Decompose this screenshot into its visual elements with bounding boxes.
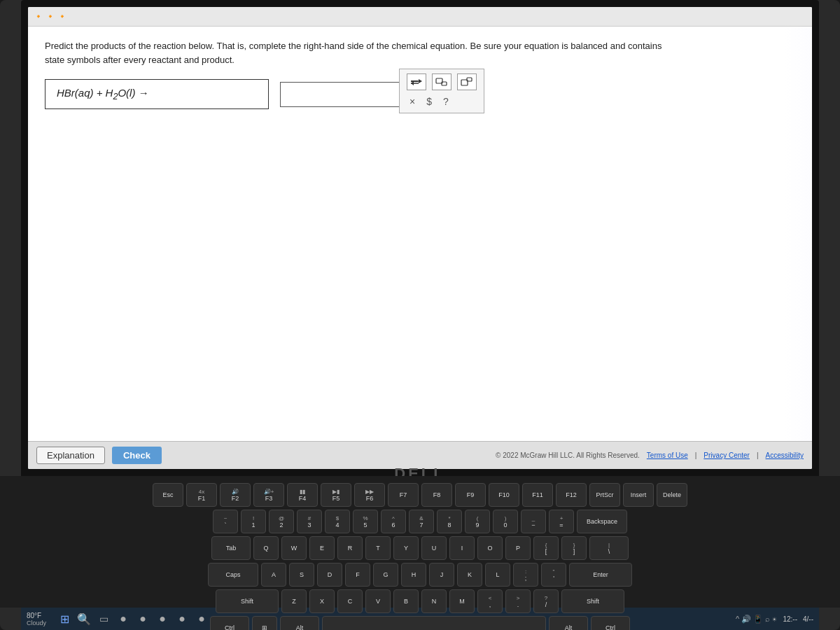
key-4[interactable]: $4 xyxy=(325,510,350,533)
key-comma[interactable]: <, xyxy=(477,589,503,613)
key-f2[interactable]: 🔊F2 xyxy=(220,483,251,507)
check-button[interactable]: Check xyxy=(112,447,162,464)
key-f1[interactable]: 4xF1 xyxy=(186,483,217,507)
key-backslash[interactable]: |\ xyxy=(589,536,629,560)
key-f10[interactable]: F10 xyxy=(489,483,519,507)
key-delete[interactable]: Delete xyxy=(657,483,687,507)
key-z[interactable]: Z xyxy=(281,589,307,613)
key-win[interactable]: ⊞ xyxy=(252,616,277,630)
key-ctrl-right[interactable]: Ctrl xyxy=(591,616,630,630)
accessibility-link[interactable]: Accessibility xyxy=(766,451,804,459)
key-7[interactable]: &7 xyxy=(409,510,434,533)
browser-url: 🔸 🔸 🔸 xyxy=(34,12,67,21)
superscript-btn[interactable] xyxy=(457,74,477,90)
key-k[interactable]: K xyxy=(457,563,482,587)
key-b[interactable]: B xyxy=(393,589,419,613)
key-alt-left[interactable]: Alt xyxy=(280,616,319,630)
palette-dollar-btn[interactable]: $ xyxy=(424,94,435,108)
key-f9[interactable]: F9 xyxy=(455,483,486,507)
key-n[interactable]: N xyxy=(421,589,447,613)
key-capslock[interactable]: Caps xyxy=(208,563,258,587)
key-t[interactable]: T xyxy=(365,536,391,560)
key-f5[interactable]: ▶▮F5 xyxy=(321,483,351,507)
tool-palette: × $ ? xyxy=(399,69,484,113)
key-6[interactable]: ^6 xyxy=(381,510,406,533)
key-period[interactable]: >. xyxy=(505,589,531,613)
key-l[interactable]: L xyxy=(485,563,510,587)
key-r[interactable]: R xyxy=(337,536,363,560)
equation-answer-input[interactable] xyxy=(280,82,406,107)
key-tab[interactable]: Tab xyxy=(211,536,251,560)
key-q[interactable]: Q xyxy=(253,536,279,560)
key-g[interactable]: G xyxy=(373,563,398,587)
copyright-text: © 2022 McGraw Hill LLC. All Rights Reser… xyxy=(496,451,640,459)
palette-question-btn[interactable]: ? xyxy=(440,94,451,108)
key-row-bottom: Ctrl ⊞ Alt Alt Ctrl xyxy=(21,616,819,630)
key-1[interactable]: !1 xyxy=(241,510,266,533)
key-i[interactable]: I xyxy=(449,536,475,560)
privacy-link[interactable]: Privacy Center xyxy=(704,451,750,459)
single-arrow-btn[interactable] xyxy=(407,74,426,90)
key-f11[interactable]: F11 xyxy=(522,483,553,507)
key-row-asdf: Caps A S D F G H J K L :; "' Enter xyxy=(21,563,819,587)
key-p[interactable]: P xyxy=(505,536,531,560)
key-f6[interactable]: ▶▶F6 xyxy=(354,483,385,507)
key-enter[interactable]: Enter xyxy=(569,563,632,587)
key-shift-left[interactable]: Shift xyxy=(216,589,279,613)
key-h[interactable]: H xyxy=(401,563,426,587)
key-space[interactable] xyxy=(322,616,546,630)
key-c[interactable]: C xyxy=(337,589,363,613)
browser-bar: 🔸 🔸 🔸 xyxy=(28,7,812,27)
key-f[interactable]: F xyxy=(345,563,370,587)
key-d[interactable]: D xyxy=(317,563,342,587)
key-apostrophe[interactable]: "' xyxy=(541,563,566,587)
key-close-bracket[interactable]: }] xyxy=(561,536,587,560)
key-5[interactable]: %5 xyxy=(353,510,378,533)
key-minus[interactable]: _− xyxy=(521,510,546,533)
key-ctrl-left[interactable]: Ctrl xyxy=(210,616,249,630)
palette-x-btn[interactable]: × xyxy=(407,94,418,108)
laptop-body: 🔸 🔸 🔸 Predict the products of the reacti… xyxy=(0,0,840,630)
key-equals[interactable]: += xyxy=(549,510,574,533)
explanation-button[interactable]: Explanation xyxy=(36,447,105,464)
key-f12[interactable]: F12 xyxy=(556,483,587,507)
key-slash[interactable]: ?/ xyxy=(533,589,559,613)
key-2[interactable]: @2 xyxy=(269,510,294,533)
key-esc[interactable]: Esc xyxy=(153,483,183,507)
key-f3[interactable]: 🔊+F3 xyxy=(253,483,284,507)
key-a[interactable]: A xyxy=(261,563,286,587)
key-e[interactable]: E xyxy=(309,536,335,560)
blank-work-area xyxy=(45,126,795,322)
key-9[interactable]: (9 xyxy=(465,510,490,533)
key-x[interactable]: X xyxy=(309,589,335,613)
main-content-area: Predict the products of the reaction bel… xyxy=(28,27,812,441)
key-0[interactable]: )0 xyxy=(493,510,518,533)
key-3[interactable]: #3 xyxy=(297,510,322,533)
key-s[interactable]: S xyxy=(289,563,314,587)
key-y[interactable]: Y xyxy=(393,536,419,560)
key-backtick[interactable]: ~` xyxy=(213,510,238,533)
key-open-bracket[interactable]: {[ xyxy=(533,536,559,560)
key-m[interactable]: M xyxy=(449,589,475,613)
key-8[interactable]: *8 xyxy=(437,510,462,533)
key-semicolon[interactable]: :; xyxy=(513,563,538,587)
key-f4[interactable]: ▮▮F4 xyxy=(287,483,318,507)
key-alt-right[interactable]: Alt xyxy=(549,616,588,630)
palette-row-1 xyxy=(407,74,477,90)
key-backspace[interactable]: Backspace xyxy=(577,510,627,533)
terms-link[interactable]: Terms of Use xyxy=(647,451,688,459)
key-prtscr[interactable]: PrtScr xyxy=(589,483,620,507)
key-u[interactable]: U xyxy=(421,536,447,560)
key-v[interactable]: V xyxy=(365,589,391,613)
key-f7[interactable]: F7 xyxy=(388,483,419,507)
key-insert[interactable]: Insert xyxy=(623,483,654,507)
key-o[interactable]: O xyxy=(477,536,503,560)
question-text: Predict the products of the reaction bel… xyxy=(45,39,675,66)
key-f8[interactable]: F8 xyxy=(421,483,452,507)
key-w[interactable]: W xyxy=(281,536,307,560)
key-j[interactable]: J xyxy=(429,563,454,587)
key-row-numbers: ~` !1 @2 #3 $4 %5 ^6 &7 *8 (9 )0 _− += B… xyxy=(21,510,819,533)
key-shift-right[interactable]: Shift xyxy=(561,589,624,613)
key-row-fn: Esc 4xF1 🔊F2 🔊+F3 ▮▮F4 ▶▮F5 ▶▶F6 F7 F8 F… xyxy=(21,483,819,507)
subscript-btn[interactable] xyxy=(432,74,451,90)
